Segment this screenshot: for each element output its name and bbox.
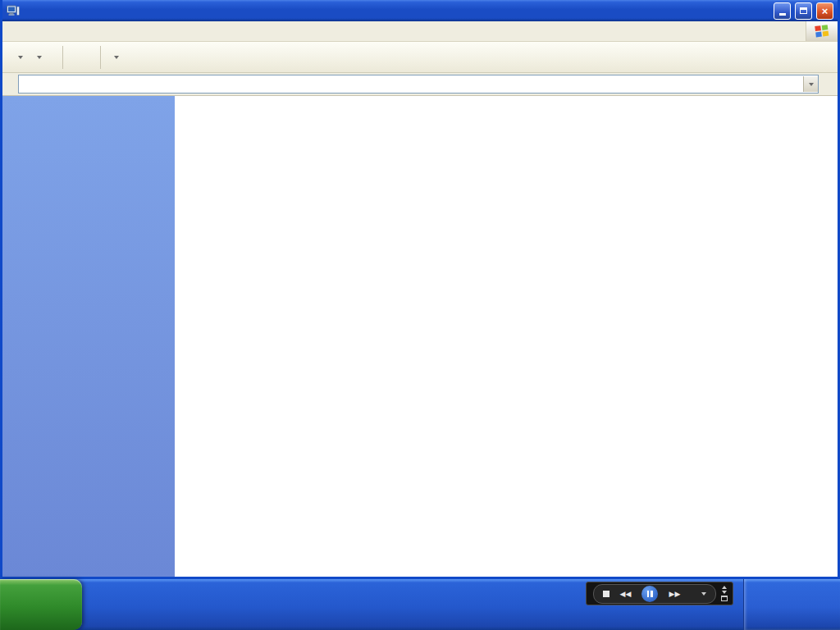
minimize-glyph xyxy=(779,13,786,16)
menu-spacer xyxy=(2,21,806,41)
search-button[interactable] xyxy=(69,55,80,60)
window-body xyxy=(2,96,838,577)
address-bar xyxy=(2,73,838,96)
sidebar xyxy=(2,96,175,577)
task-buttons xyxy=(174,579,573,630)
up-button[interactable] xyxy=(48,55,57,60)
address-dropdown-button[interactable] xyxy=(803,76,818,92)
toolbar-separator xyxy=(62,46,63,69)
restore-glyph xyxy=(800,7,807,14)
system-tray xyxy=(743,579,840,630)
folders-button[interactable] xyxy=(83,55,94,60)
pause-button[interactable] xyxy=(641,586,658,602)
start-button[interactable] xyxy=(0,579,82,630)
minimize-button[interactable] xyxy=(774,2,791,20)
back-button[interactable] xyxy=(7,53,27,62)
content-area xyxy=(175,96,838,577)
back-dropdown-icon xyxy=(18,56,23,59)
media-player-toolbar: ◀◀ ▶▶ xyxy=(586,582,733,605)
desktop: × xyxy=(0,0,840,630)
menu-bar xyxy=(2,21,838,42)
taskbar: ◀◀ ▶▶ xyxy=(0,579,840,630)
quick-launch xyxy=(82,579,174,630)
forward-button[interactable] xyxy=(30,53,46,62)
toolbar-separator xyxy=(100,46,101,69)
media-controls: ◀◀ ▶▶ xyxy=(593,584,716,604)
views-dropdown-icon xyxy=(114,56,119,59)
pause-glyph xyxy=(651,591,653,597)
pause-glyph xyxy=(647,591,650,597)
my-computer-icon xyxy=(7,4,20,17)
stop-button[interactable] xyxy=(603,591,609,597)
explorer-window: × xyxy=(0,0,840,579)
windows-logo xyxy=(806,21,838,41)
address-input[interactable] xyxy=(18,75,819,94)
close-button[interactable]: × xyxy=(816,2,833,20)
restore-player-button[interactable] xyxy=(721,596,728,601)
toolbar xyxy=(2,42,838,73)
forward-dropdown-icon xyxy=(37,56,42,59)
collapse-icon[interactable] xyxy=(722,591,727,594)
next-button[interactable]: ▶▶ xyxy=(669,590,681,598)
dropdown-caret-icon xyxy=(809,83,814,86)
previous-button[interactable]: ◀◀ xyxy=(620,590,632,598)
expand-icon[interactable] xyxy=(722,586,727,589)
views-button[interactable] xyxy=(107,53,123,62)
restore-button[interactable] xyxy=(795,2,812,20)
volume-dropdown-icon xyxy=(701,592,706,596)
title-bar[interactable]: × xyxy=(2,0,838,21)
media-toolbar-options xyxy=(719,586,729,601)
